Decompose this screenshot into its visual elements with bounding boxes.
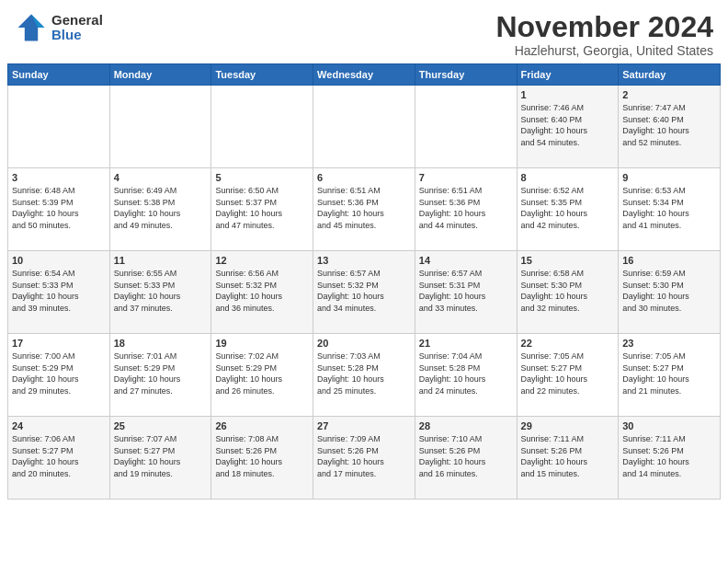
day-number: 10: [12, 255, 106, 266]
month-title: November 2024: [495, 11, 713, 43]
day-cell: 20Sunrise: 7:03 AM Sunset: 5:28 PM Dayli…: [313, 334, 415, 417]
day-cell: 12Sunrise: 6:56 AM Sunset: 5:32 PM Dayli…: [211, 251, 313, 334]
day-number: 1: [521, 89, 615, 100]
day-cell: 4Sunrise: 6:49 AM Sunset: 5:38 PM Daylig…: [109, 168, 211, 251]
day-info: Sunrise: 7:07 AM Sunset: 5:27 PM Dayligh…: [114, 433, 208, 479]
day-cell: 26Sunrise: 7:08 AM Sunset: 5:26 PM Dayli…: [211, 417, 313, 500]
day-cell: 10Sunrise: 6:54 AM Sunset: 5:33 PM Dayli…: [8, 251, 110, 334]
day-number: 22: [521, 338, 615, 349]
header-cell-tuesday: Tuesday: [211, 64, 313, 86]
week-row-1: 1Sunrise: 7:46 AM Sunset: 6:40 PM Daylig…: [8, 86, 721, 168]
day-info: Sunrise: 7:05 AM Sunset: 5:27 PM Dayligh…: [521, 350, 615, 396]
day-number: 6: [317, 172, 411, 183]
day-info: Sunrise: 6:59 AM Sunset: 5:30 PM Dayligh…: [622, 268, 716, 314]
header-cell-sunday: Sunday: [8, 64, 110, 86]
day-number: 11: [114, 255, 208, 266]
day-number: 2: [622, 89, 716, 100]
day-info: Sunrise: 6:48 AM Sunset: 5:39 PM Dayligh…: [12, 185, 106, 231]
header-cell-wednesday: Wednesday: [313, 64, 415, 86]
logo: General Blue: [15, 11, 103, 44]
day-cell: 2Sunrise: 7:47 AM Sunset: 6:40 PM Daylig…: [619, 86, 721, 168]
day-number: 24: [12, 420, 106, 431]
day-number: 16: [622, 255, 716, 266]
day-info: Sunrise: 7:04 AM Sunset: 5:28 PM Dayligh…: [419, 350, 513, 396]
day-cell: 22Sunrise: 7:05 AM Sunset: 5:27 PM Dayli…: [517, 334, 619, 417]
day-number: 3: [12, 172, 106, 183]
logo-icon: [15, 11, 48, 44]
header: General Blue November 2024 Hazlehurst, G…: [0, 0, 728, 63]
day-info: Sunrise: 7:00 AM Sunset: 5:29 PM Dayligh…: [12, 350, 106, 396]
location-title: Hazlehurst, Georgia, United States: [495, 43, 713, 58]
day-info: Sunrise: 7:06 AM Sunset: 5:27 PM Dayligh…: [12, 433, 106, 479]
day-cell: [313, 86, 415, 168]
day-cell: 6Sunrise: 6:51 AM Sunset: 5:36 PM Daylig…: [313, 168, 415, 251]
day-cell: 17Sunrise: 7:00 AM Sunset: 5:29 PM Dayli…: [8, 334, 110, 417]
day-info: Sunrise: 6:55 AM Sunset: 5:33 PM Dayligh…: [114, 268, 208, 314]
calendar-container: SundayMondayTuesdayWednesdayThursdayFrid…: [7, 63, 721, 500]
header-cell-friday: Friday: [517, 64, 619, 86]
day-cell: 8Sunrise: 6:52 AM Sunset: 5:35 PM Daylig…: [517, 168, 619, 251]
day-cell: 7Sunrise: 6:51 AM Sunset: 5:36 PM Daylig…: [415, 168, 517, 251]
header-cell-saturday: Saturday: [619, 64, 721, 86]
day-number: 28: [419, 420, 513, 431]
day-info: Sunrise: 6:54 AM Sunset: 5:33 PM Dayligh…: [12, 268, 106, 314]
day-cell: 5Sunrise: 6:50 AM Sunset: 5:37 PM Daylig…: [211, 168, 313, 251]
day-number: 15: [521, 255, 615, 266]
day-cell: 13Sunrise: 6:57 AM Sunset: 5:32 PM Dayli…: [313, 251, 415, 334]
title-block: November 2024 Hazlehurst, Georgia, Unite…: [495, 11, 713, 58]
day-cell: 30Sunrise: 7:11 AM Sunset: 5:26 PM Dayli…: [619, 417, 721, 500]
day-info: Sunrise: 7:02 AM Sunset: 5:29 PM Dayligh…: [215, 350, 309, 396]
calendar-header: SundayMondayTuesdayWednesdayThursdayFrid…: [8, 64, 721, 86]
day-cell: 28Sunrise: 7:10 AM Sunset: 5:26 PM Dayli…: [415, 417, 517, 500]
day-cell: 16Sunrise: 6:59 AM Sunset: 5:30 PM Dayli…: [619, 251, 721, 334]
day-info: Sunrise: 6:51 AM Sunset: 5:36 PM Dayligh…: [419, 185, 513, 231]
day-info: Sunrise: 7:11 AM Sunset: 5:26 PM Dayligh…: [521, 433, 615, 479]
header-cell-monday: Monday: [109, 64, 211, 86]
logo-general-text: General: [51, 13, 103, 29]
day-number: 19: [215, 338, 309, 349]
header-row: SundayMondayTuesdayWednesdayThursdayFrid…: [8, 64, 721, 86]
day-cell: 29Sunrise: 7:11 AM Sunset: 5:26 PM Dayli…: [517, 417, 619, 500]
day-cell: 23Sunrise: 7:05 AM Sunset: 5:27 PM Dayli…: [619, 334, 721, 417]
day-cell: 25Sunrise: 7:07 AM Sunset: 5:27 PM Dayli…: [109, 417, 211, 500]
day-cell: 14Sunrise: 6:57 AM Sunset: 5:31 PM Dayli…: [415, 251, 517, 334]
day-cell: 18Sunrise: 7:01 AM Sunset: 5:29 PM Dayli…: [109, 334, 211, 417]
day-number: 29: [521, 420, 615, 431]
page: General Blue November 2024 Hazlehurst, G…: [0, 0, 728, 563]
day-info: Sunrise: 6:57 AM Sunset: 5:32 PM Dayligh…: [317, 268, 411, 314]
logo-text: General Blue: [51, 13, 103, 43]
day-number: 5: [215, 172, 309, 183]
day-info: Sunrise: 7:03 AM Sunset: 5:28 PM Dayligh…: [317, 350, 411, 396]
day-number: 30: [622, 420, 716, 431]
day-cell: [8, 86, 110, 168]
day-cell: 27Sunrise: 7:09 AM Sunset: 5:26 PM Dayli…: [313, 417, 415, 500]
day-info: Sunrise: 7:01 AM Sunset: 5:29 PM Dayligh…: [114, 350, 208, 396]
day-info: Sunrise: 7:08 AM Sunset: 5:26 PM Dayligh…: [215, 433, 309, 479]
day-info: Sunrise: 6:49 AM Sunset: 5:38 PM Dayligh…: [114, 185, 208, 231]
day-info: Sunrise: 6:58 AM Sunset: 5:30 PM Dayligh…: [521, 268, 615, 314]
day-number: 21: [419, 338, 513, 349]
day-number: 18: [114, 338, 208, 349]
day-info: Sunrise: 6:53 AM Sunset: 5:34 PM Dayligh…: [622, 185, 716, 231]
day-cell: 9Sunrise: 6:53 AM Sunset: 5:34 PM Daylig…: [619, 168, 721, 251]
calendar-body: 1Sunrise: 7:46 AM Sunset: 6:40 PM Daylig…: [8, 86, 721, 500]
day-number: 12: [215, 255, 309, 266]
day-cell: 15Sunrise: 6:58 AM Sunset: 5:30 PM Dayli…: [517, 251, 619, 334]
day-info: Sunrise: 7:46 AM Sunset: 6:40 PM Dayligh…: [521, 102, 615, 148]
day-number: 8: [521, 172, 615, 183]
header-cell-thursday: Thursday: [415, 64, 517, 86]
day-info: Sunrise: 6:52 AM Sunset: 5:35 PM Dayligh…: [521, 185, 615, 231]
day-info: Sunrise: 7:09 AM Sunset: 5:26 PM Dayligh…: [317, 433, 411, 479]
day-info: Sunrise: 7:47 AM Sunset: 6:40 PM Dayligh…: [622, 102, 716, 148]
logo-blue-text: Blue: [51, 28, 103, 43]
day-info: Sunrise: 7:05 AM Sunset: 5:27 PM Dayligh…: [622, 350, 716, 396]
day-number: 17: [12, 338, 106, 349]
day-number: 26: [215, 420, 309, 431]
day-cell: 19Sunrise: 7:02 AM Sunset: 5:29 PM Dayli…: [211, 334, 313, 417]
day-number: 7: [419, 172, 513, 183]
week-row-4: 17Sunrise: 7:00 AM Sunset: 5:29 PM Dayli…: [8, 334, 721, 417]
day-number: 4: [114, 172, 208, 183]
day-cell: 3Sunrise: 6:48 AM Sunset: 5:39 PM Daylig…: [8, 168, 110, 251]
day-info: Sunrise: 6:51 AM Sunset: 5:36 PM Dayligh…: [317, 185, 411, 231]
day-cell: 24Sunrise: 7:06 AM Sunset: 5:27 PM Dayli…: [8, 417, 110, 500]
